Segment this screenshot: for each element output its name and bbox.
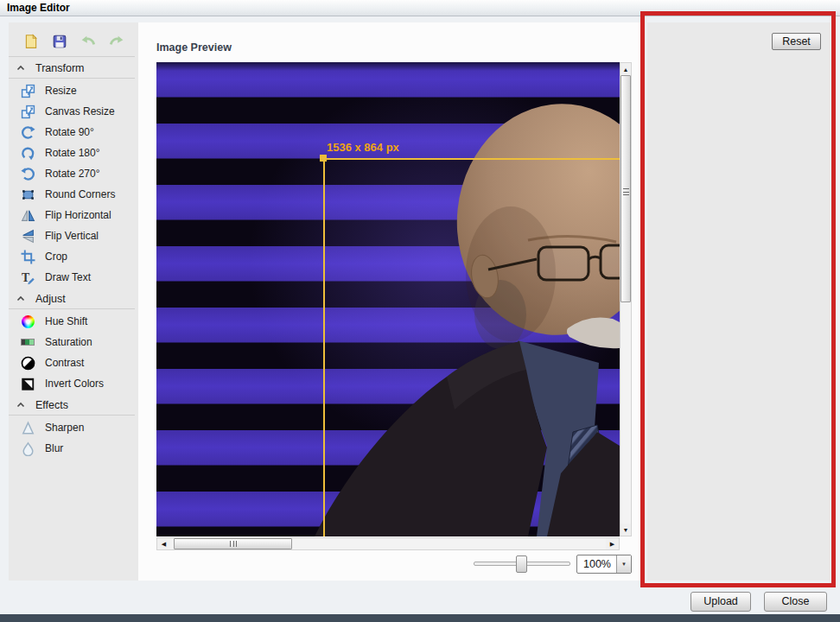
- draw-text-icon: T: [20, 270, 35, 285]
- chevron-up-icon: [16, 294, 26, 304]
- scroll-down-icon[interactable]: ▼: [620, 524, 631, 536]
- canvas-resize-icon: [20, 105, 35, 119]
- new-file-icon[interactable]: [22, 33, 39, 49]
- flip-horizontal-icon: [20, 208, 35, 223]
- sidebar-item-canvas-resize[interactable]: Canvas Resize: [9, 101, 138, 122]
- crop-line-vertical[interactable]: [323, 158, 325, 536]
- save-icon[interactable]: [51, 33, 67, 49]
- sidebar-item-label: Draw Text: [45, 271, 91, 283]
- sidebar-item-label: Rotate 180°: [45, 147, 100, 159]
- sidebar-item-label: Sharpen: [45, 422, 84, 434]
- sidebar-item-label: Canvas Resize: [45, 105, 115, 117]
- sidebar-item-flip-vertical[interactable]: Flip Vertical: [9, 225, 138, 246]
- crop-icon: [20, 250, 35, 264]
- sidebar-item-label: Rotate 270°: [45, 168, 100, 180]
- sidebar-item-sharpen[interactable]: Sharpen: [9, 417, 138, 438]
- sidebar-item-round-corners[interactable]: Round Corners: [9, 184, 138, 205]
- rotate-90-icon: [20, 125, 35, 140]
- section-label: Effects: [35, 399, 68, 411]
- horizontal-scrollbar[interactable]: ◀ ▶: [156, 537, 620, 550]
- sidebar-item-rotate-270[interactable]: Rotate 270°: [9, 163, 138, 184]
- sidebar-item-label: Rotate 90°: [45, 126, 94, 138]
- sidebar-item-contrast[interactable]: Contrast: [9, 352, 138, 373]
- sidebar-item-draw-text[interactable]: T Draw Text: [9, 267, 138, 288]
- rotate-270-icon: [20, 167, 35, 181]
- sidebar-item-label: Flip Horizontal: [45, 209, 111, 221]
- sidebar-item-saturation[interactable]: Saturation: [9, 332, 138, 352]
- dialog-bottom-edge: [0, 614, 840, 622]
- vertical-scrollbar-thumb[interactable]: [620, 75, 631, 302]
- reset-button[interactable]: Reset: [772, 33, 821, 50]
- sidebar-item-label: Contrast: [45, 357, 84, 369]
- redo-icon[interactable]: [108, 33, 124, 49]
- sharpen-icon: [20, 421, 35, 435]
- sidebar-item-label: Flip Vertical: [45, 230, 99, 242]
- preview-title: Image Preview: [156, 41, 232, 54]
- sidebar-item-resize[interactable]: Resize: [9, 80, 138, 101]
- round-corners-icon: [20, 187, 35, 202]
- sidebar-item-label: Crop: [45, 251, 67, 263]
- sidebar-item-label: Round Corners: [45, 188, 115, 200]
- sidebar-item-label: Blur: [45, 442, 63, 454]
- chevron-up-icon: [16, 400, 26, 410]
- section-label: Adjust: [35, 293, 66, 305]
- resize-icon: [20, 84, 35, 98]
- section-header-transform[interactable]: Transform: [9, 59, 135, 79]
- crop-size-label: 1536 x 864 px: [327, 141, 399, 154]
- sidebar-item-label: Resize: [45, 85, 77, 97]
- undo-icon[interactable]: [80, 33, 96, 49]
- chevron-down-icon[interactable]: ▼: [616, 555, 631, 573]
- scroll-left-icon[interactable]: ◀: [157, 538, 170, 549]
- sidebar-item-rotate-180[interactable]: Rotate 180°: [9, 143, 138, 163]
- sidebar-item-crop[interactable]: Crop: [9, 246, 138, 267]
- section-label: Transform: [35, 62, 85, 74]
- zoom-slider[interactable]: [474, 562, 570, 566]
- zoom-slider-thumb[interactable]: [516, 555, 527, 573]
- upload-button[interactable]: Upload: [690, 592, 751, 612]
- close-button[interactable]: Close: [764, 592, 827, 612]
- hue-shift-icon: [20, 314, 35, 329]
- zoom-level-combobox[interactable]: 100% ▼: [576, 555, 632, 574]
- tools-sidebar: Transform Resize Canvas Resize Rotate 90…: [9, 22, 138, 581]
- dialog-titlebar: Image Editor: [0, 0, 840, 16]
- sidebar-item-label: Hue Shift: [45, 315, 87, 327]
- file-toolbar: [9, 22, 135, 57]
- scroll-up-icon[interactable]: ▲: [620, 63, 631, 75]
- sidebar-item-hue-shift[interactable]: Hue Shift: [9, 311, 138, 332]
- image-preview-canvas[interactable]: 1536 x 864 px: [156, 62, 620, 536]
- blur-icon: [20, 441, 35, 456]
- section-header-effects[interactable]: Effects: [9, 396, 135, 416]
- sidebar-item-label: Invert Colors: [45, 378, 104, 390]
- saturation-icon: [20, 335, 35, 350]
- vertical-scrollbar[interactable]: ▲ ▼: [620, 62, 632, 536]
- contrast-icon: [20, 356, 35, 371]
- scroll-right-icon[interactable]: ▶: [606, 538, 619, 549]
- crop-corner-handle[interactable]: [320, 155, 327, 162]
- section-header-adjust[interactable]: Adjust: [9, 289, 135, 309]
- sidebar-item-blur[interactable]: Blur: [9, 438, 138, 459]
- zoom-level-value[interactable]: 100%: [577, 555, 616, 573]
- flip-vertical-icon: [20, 229, 35, 244]
- photo-man-portrait: [156, 62, 620, 536]
- sidebar-item-label: Saturation: [45, 336, 92, 348]
- rotate-180-icon: [20, 146, 35, 161]
- svg-text:T: T: [22, 271, 29, 284]
- options-panel: [647, 22, 830, 581]
- horizontal-scrollbar-thumb[interactable]: [174, 538, 292, 549]
- sidebar-item-flip-horizontal[interactable]: Flip Horizontal: [9, 205, 138, 225]
- chevron-up-icon: [16, 63, 26, 73]
- dialog-title: Image Editor: [0, 0, 840, 16]
- sidebar-item-invert-colors[interactable]: Invert Colors: [9, 373, 138, 394]
- invert-colors-icon: [20, 377, 35, 391]
- sidebar-item-rotate-90[interactable]: Rotate 90°: [9, 122, 138, 143]
- crop-line-horizontal[interactable]: [323, 158, 620, 160]
